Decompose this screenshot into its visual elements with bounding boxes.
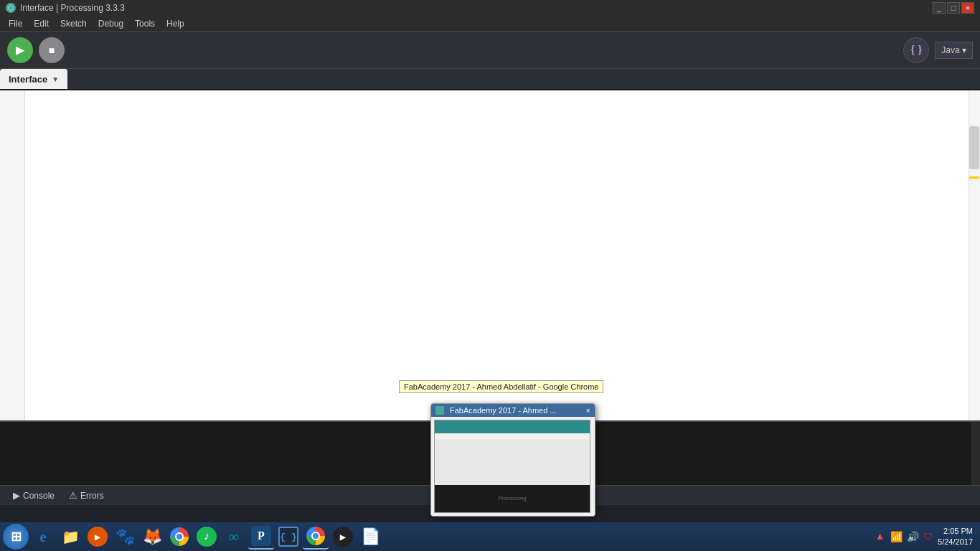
arduino-icon: ∞ [224, 527, 244, 547]
taskbar-app-spotify[interactable]: ♪ [194, 524, 220, 550]
taskbar-app-play[interactable]: ▶ [330, 524, 356, 550]
minimize-button[interactable]: _ [933, 2, 946, 14]
preview-footer-label: Processing [498, 495, 527, 501]
taskbar-app-brackets[interactable]: { } [275, 524, 301, 550]
start-button[interactable]: ⊞ [3, 524, 29, 550]
tab-bar: Interface ▼ [0, 69, 980, 90]
tray-time: 2:05 PM 5/24/2017 [938, 526, 973, 548]
maximize-button[interactable]: □ [947, 2, 960, 14]
taskbar-app-processing[interactable]: P [248, 524, 274, 550]
tab-errors[interactable]: ⚠ Errors [62, 488, 111, 503]
line-numbers [0, 90, 25, 420]
browser-preview-title: FabAcademy 2017 - Ahmed ... × [431, 404, 595, 417]
taskbar-app-media[interactable]: ▶ [85, 524, 110, 550]
errors-icon: ⚠ [69, 490, 77, 501]
menu-edit[interactable]: Edit [28, 17, 55, 30]
titlebar-title: Interface | Processing 3.3.3 [20, 3, 125, 13]
tray-antivirus-icon: 🛡 [923, 531, 933, 542]
toolbar: ▶ ■ { } Java ▾ [0, 32, 980, 69]
console-scrollbar[interactable] [971, 422, 980, 485]
toolbar-right: { } Java ▾ [903, 37, 973, 63]
processing-icon: P [251, 526, 271, 546]
browser-preview-popup: FabAcademy 2017 - Ahmed ... × Processing [430, 403, 595, 517]
spotify-icon: ♪ [197, 527, 217, 547]
tab-console[interactable]: ▶ Console [6, 488, 62, 503]
java-label: Java ▾ [941, 45, 966, 55]
editor-scrollbar[interactable] [969, 90, 980, 420]
java-dropdown[interactable]: Java ▾ [935, 42, 973, 59]
taskbar-app-document[interactable]: 📄 [357, 524, 383, 550]
browser-preview-title-text: FabAcademy 2017 - Ahmed ... [450, 406, 557, 415]
titlebar-left: ⬡ Interface | Processing 3.3.3 [6, 3, 125, 13]
menu-file[interactable]: File [3, 17, 28, 30]
errors-tab-label: Errors [80, 491, 104, 501]
console-icon: ▶ [13, 490, 20, 501]
browser-favicon [435, 406, 444, 415]
tooltip-text: FabAcademy 2017 - Ahmed Abdellatif - Goo… [404, 382, 598, 391]
taskbar-app-chrome2[interactable] [303, 524, 329, 550]
run-button[interactable]: ▶ [7, 37, 33, 63]
tray-network-icon: 🔺 [874, 531, 886, 542]
menu-sketch[interactable]: Sketch [55, 17, 93, 30]
editor-container [0, 90, 980, 420]
folder-icon: 📁 [60, 527, 80, 547]
tab-label: Interface [9, 74, 47, 85]
system-tray: 🔺 📶 🔊 🛡 2:05 PM 5/24/2017 [874, 526, 977, 548]
media-icon: ▶ [88, 527, 108, 547]
scroll-thumb[interactable] [969, 126, 979, 169]
play-icon: ▶ [333, 527, 353, 547]
chrome-icon [170, 527, 189, 546]
app-icon: ⬡ [6, 3, 16, 13]
date-display: 5/24/2017 [938, 537, 973, 547]
brackets-icon: { } [278, 527, 298, 547]
ie-icon: e [33, 527, 53, 547]
tray-signal-icon: 📶 [890, 531, 903, 542]
preview-image: Processing [434, 420, 590, 513]
titlebar-controls[interactable]: _ □ × [933, 2, 974, 14]
preview-image-inner: Processing [435, 420, 590, 512]
stop-button[interactable]: ■ [39, 37, 65, 63]
taskbar-app-gimp[interactable]: 🐾 [112, 524, 138, 550]
tab-arrow[interactable]: ▼ [52, 75, 59, 83]
browser-preview-close-button[interactable]: × [586, 406, 590, 415]
close-button[interactable]: × [961, 2, 974, 14]
console-tab-label: Console [23, 491, 55, 501]
code-area[interactable] [25, 90, 969, 420]
menu-tools[interactable]: Tools [129, 17, 161, 30]
menubar: File Edit Sketch Debug Tools Help [0, 16, 980, 32]
taskbar-app-chrome[interactable] [166, 524, 192, 550]
titlebar: ⬡ Interface | Processing 3.3.3 _ □ × [0, 0, 980, 16]
tab-interface[interactable]: Interface ▼ [0, 69, 67, 89]
menu-debug[interactable]: Debug [93, 17, 129, 30]
scroll-yellow-mark [969, 176, 979, 179]
gimp-icon: 🐾 [115, 527, 135, 547]
taskbar-app-firefox[interactable]: 🦊 [139, 524, 165, 550]
taskbar-app-arduino[interactable]: ∞ [221, 524, 247, 550]
debugger-button[interactable]: { } [903, 37, 929, 63]
menu-help[interactable]: Help [161, 17, 190, 30]
taskbar-app-explorer[interactable]: 📁 [57, 524, 83, 550]
taskbar: ⊞ e 📁 ▶ 🐾 🦊 ♪ ∞ P { } [0, 522, 980, 551]
tray-volume-icon: 🔊 [907, 531, 919, 542]
taskbar-app-ie[interactable]: e [30, 524, 56, 550]
preview-thumbnail: Processing [431, 417, 595, 516]
document-icon: 📄 [360, 527, 380, 547]
browser-tooltip: FabAcademy 2017 - Ahmed Abdellatif - Goo… [399, 380, 603, 393]
firefox-icon: 🦊 [142, 527, 162, 547]
chrome2-icon [306, 527, 325, 545]
time-display: 2:05 PM [938, 526, 973, 537]
